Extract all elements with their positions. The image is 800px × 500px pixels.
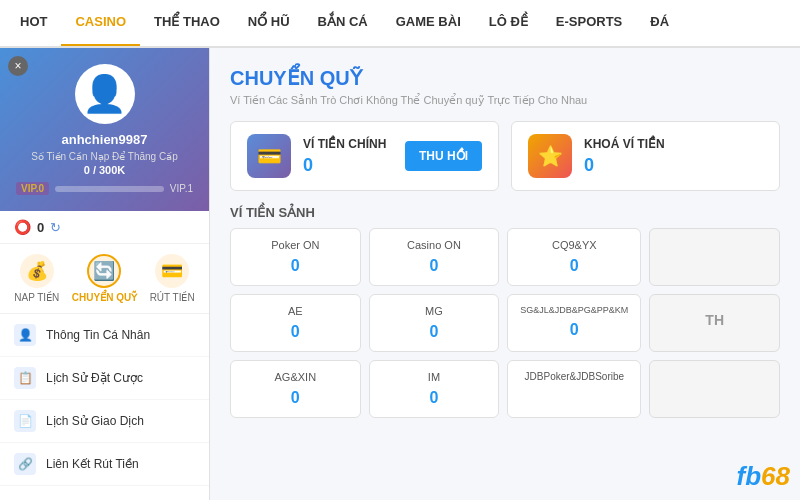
sanh-cq9yx-value: 0 <box>520 257 628 275</box>
locked-wallet-icon: ⭐ <box>528 134 572 178</box>
sanh-ae-name: AE <box>243 305 348 317</box>
menu-item-transaction-history[interactable]: 📄 Lịch Sử Giao Dịch <box>0 400 209 443</box>
fb68-branding: fb68 <box>737 461 790 492</box>
sanh-agxin: AG&XIN 0 <box>230 360 361 418</box>
balance-value: 0 / 300K <box>16 164 193 176</box>
vip-progress-bar <box>55 186 164 192</box>
nav-hot[interactable]: HOT <box>6 0 61 47</box>
ruttien-button[interactable]: 💳 RÚT TIỀN <box>150 254 195 303</box>
sanh-sgjl: SG&JL&JDB&PG&PP&KM 0 <box>507 294 641 352</box>
coins-row: ⭕ 0 ↻ <box>0 211 209 244</box>
nav-esports[interactable]: E-SPORTS <box>542 0 636 47</box>
sanh-cq9yx: CQ9&YX 0 <box>507 228 641 286</box>
nav-gamebai[interactable]: GAME BÀI <box>382 0 475 47</box>
chuyenquy-label: CHUYỂN QUỸ <box>72 292 137 303</box>
action-buttons: 💰 NAP TIỀN 🔄 CHUYỂN QUỸ 💳 RÚT TIỀN <box>0 244 209 314</box>
avatar-icon: 👤 <box>82 73 127 115</box>
sanh-poker-on-name: Poker ON <box>243 239 348 251</box>
coin-icon: ⭕ <box>14 219 31 235</box>
sanh-im: IM 0 <box>369 360 500 418</box>
ruttien-label: RÚT TIỀN <box>150 292 195 303</box>
nav-casino[interactable]: CASINO <box>61 0 140 47</box>
sanh-im-name: IM <box>382 371 487 383</box>
sanh-sgjl-name: SG&JL&JDB&PG&PP&KM <box>520 305 628 315</box>
sanh-mg: MG 0 <box>369 294 500 352</box>
sanh-casino-on: Casino ON 0 <box>369 228 500 286</box>
profile-icon: 👤 <box>14 324 36 346</box>
sanh-cq9yx-name: CQ9&YX <box>520 239 628 251</box>
close-button[interactable]: × <box>8 56 28 76</box>
sanh-mg-value: 0 <box>382 323 487 341</box>
sanh-grid: Poker ON 0 Casino ON 0 CQ9&YX 0 AE 0 MG <box>230 228 780 418</box>
page-subtitle: Ví Tiền Các Sảnh Trò Chơi Không Thể Chuy… <box>230 94 780 107</box>
nav-lode[interactable]: LÔ ĐỀ <box>475 0 542 47</box>
transaction-icon: 📄 <box>14 410 36 432</box>
sanh-sgjl-value: 0 <box>520 321 628 339</box>
sanh-partial-1 <box>649 228 780 286</box>
main-content: CHUYỂN QUỸ Ví Tiền Các Sảnh Trò Chơi Khô… <box>210 48 800 500</box>
sanh-section-label: VÍ TIỀN SẢNH <box>230 205 780 220</box>
menu-item-bet-history[interactable]: 📋 Lịch Sử Đặt Cược <box>0 357 209 400</box>
main-wallet-info: VÍ TIỀN CHÍNH 0 <box>303 137 393 176</box>
sanh-partial-2-name: TH <box>705 312 724 328</box>
sanh-ae: AE 0 <box>230 294 361 352</box>
sanh-poker-on: Poker ON 0 <box>230 228 361 286</box>
profile-label: Thông Tin Cá Nhân <box>46 328 150 342</box>
top-wallets: 💳 VÍ TIỀN CHÍNH 0 THU HỒI ⭐ KHOÁ VÍ TIỀN… <box>230 121 780 191</box>
coin-value: 0 <box>37 220 44 235</box>
sidebar: × 👤 anhchien9987 Số Tiền Cần Nạp Để Thăn… <box>0 48 210 500</box>
nav-banca[interactable]: BẮN CÁ <box>304 0 382 47</box>
chuyenquy-button[interactable]: 🔄 CHUYỂN QUỸ <box>72 254 137 303</box>
main-wallet-balance: 0 <box>303 155 393 176</box>
sanh-im-value: 0 <box>382 389 487 407</box>
fb-text: fb <box>737 461 762 491</box>
vip-badge: VIP.0 <box>16 182 49 195</box>
avatar: 👤 <box>75 64 135 124</box>
nav-thethao[interactable]: THỂ THAO <box>140 0 234 47</box>
locked-wallet-card: ⭐ KHOÁ VÍ TIỀN 0 <box>511 121 780 191</box>
nav-nohu[interactable]: NỔ HŨ <box>234 0 304 47</box>
sanh-jdbpoker-name: JDBPoker&JDBSoribe <box>520 371 628 382</box>
sanh-casino-on-name: Casino ON <box>382 239 487 251</box>
transaction-label: Lịch Sử Giao Dịch <box>46 414 144 428</box>
profile-section: × 👤 anhchien9987 Số Tiền Cần Nạp Để Thăn… <box>0 48 209 211</box>
naptien-label: NAP TIỀN <box>14 292 59 303</box>
sanh-ae-value: 0 <box>243 323 348 341</box>
nav-da[interactable]: ĐÁ <box>636 0 683 47</box>
vip-next-label: VIP.1 <box>170 183 193 194</box>
naptien-button[interactable]: 💰 NAP TIỀN <box>14 254 59 303</box>
sanh-mg-name: MG <box>382 305 487 317</box>
balance-label: Số Tiền Cần Nạp Để Thăng Cấp <box>16 151 193 162</box>
thu-hoi-button[interactable]: THU HỒI <box>405 141 482 171</box>
sanh-agxin-value: 0 <box>243 389 348 407</box>
link-icon: 🔗 <box>14 453 36 475</box>
sanh-agxin-name: AG&XIN <box>243 371 348 383</box>
sixty-eight-text: 68 <box>761 461 790 491</box>
sanh-jdbpoker: JDBPoker&JDBSoribe <box>507 360 641 418</box>
withdraw-icon: 💳 <box>155 254 189 288</box>
transfer-icon: 🔄 <box>87 254 121 288</box>
page-title: CHUYỂN QUỸ <box>230 66 780 90</box>
sanh-partial-2: TH <box>649 294 780 352</box>
main-wallet-card: 💳 VÍ TIỀN CHÍNH 0 THU HỒI <box>230 121 499 191</box>
sanh-casino-on-value: 0 <box>382 257 487 275</box>
username-label: anhchien9987 <box>16 132 193 147</box>
locked-wallet-balance: 0 <box>584 155 763 176</box>
withdraw-link-label: Liên Kết Rút Tiền <box>46 457 139 471</box>
top-nav: HOT CASINO THỂ THAO NỔ HŨ BẮN CÁ GAME BÀ… <box>0 0 800 48</box>
refresh-icon[interactable]: ↻ <box>50 220 61 235</box>
bet-history-label: Lịch Sử Đặt Cược <box>46 371 143 385</box>
main-wallet-name: VÍ TIỀN CHÍNH <box>303 137 393 151</box>
sanh-partial-3 <box>649 360 780 418</box>
locked-wallet-name: KHOÁ VÍ TIỀN <box>584 137 763 151</box>
menu-item-withdraw-link[interactable]: 🔗 Liên Kết Rút Tiền <box>0 443 209 486</box>
sanh-poker-on-value: 0 <box>243 257 348 275</box>
main-wallet-icon: 💳 <box>247 134 291 178</box>
wallet-icon: 💰 <box>20 254 54 288</box>
menu-item-profile[interactable]: 👤 Thông Tin Cá Nhân <box>0 314 209 357</box>
bet-history-icon: 📋 <box>14 367 36 389</box>
locked-wallet-info: KHOÁ VÍ TIỀN 0 <box>584 137 763 176</box>
